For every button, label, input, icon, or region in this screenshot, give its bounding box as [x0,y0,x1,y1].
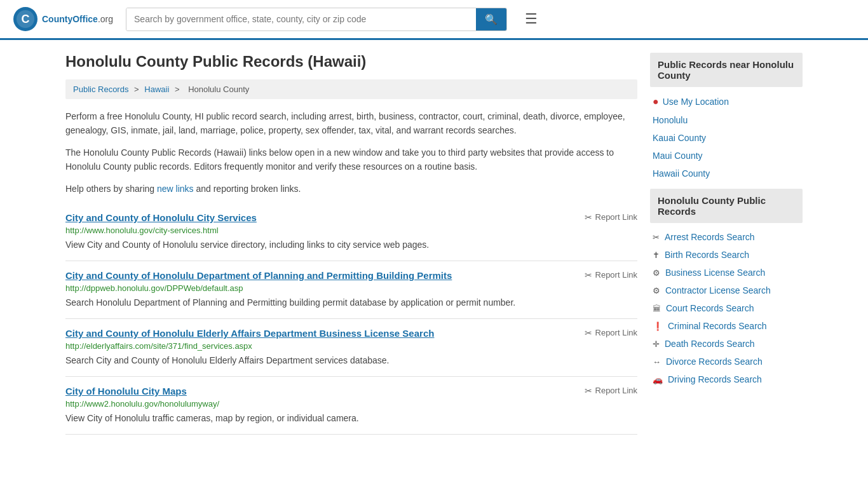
scissors-icon-0: ✂ [585,212,592,222]
record-entry: City of Honolulu City Maps ✂ Report Link… [65,377,637,435]
gear-icon: ⚙ [653,286,660,295]
nearby-links: HonoluluKauai CountyMaui CountyHawaii Co… [650,111,803,182]
record-entry: City and County of Honolulu City Service… [65,203,637,261]
sidebar: Public Records near Honolulu County ● Us… [650,53,803,435]
report-link-2[interactable]: ✂ Report Link [585,328,637,338]
sidebar-honolulu-item-3: ⚙ Contractor License Search [650,281,803,299]
honolulu-link-5[interactable]: Criminal Records Search [668,321,767,331]
record-desc-1: Search Honolulu Department of Planning a… [65,296,637,309]
record-entry: City and County of Honolulu Department o… [65,261,637,319]
record-entry-header: City and County of Honolulu Elderly Affa… [65,328,637,339]
scissors-icon: ✂ [653,233,660,242]
record-url-0[interactable]: http://www.honolulu.gov/city-services.ht… [65,226,637,235]
sidebar-honolulu-item-6: ✛ Death Records Search [650,335,803,353]
logo-text: CountyOffice.org [42,14,113,24]
record-entry-header: City and County of Honolulu City Service… [65,212,637,223]
sidebar-nearby-1: Kauai County [650,129,803,147]
building-icon: 🏛 [653,304,661,313]
nearby-link-3[interactable]: Hawaii County [653,168,710,179]
scissors-icon-3: ✂ [585,386,592,396]
sidebar-honolulu-item-5: ❗ Criminal Records Search [650,317,803,335]
sidebar-nearby-3: Hawaii County [650,165,803,182]
sidebar-honolulu-item-1: ✝ Birth Records Search [650,246,803,264]
record-title-0[interactable]: City and County of Honolulu City Service… [65,212,257,223]
new-links[interactable]: new links [157,184,194,194]
nearby-link-2[interactable]: Maui County [653,151,703,161]
record-entry-header: City of Honolulu City Maps ✂ Report Link [65,386,637,396]
sidebar-use-location[interactable]: ● Use My Location [650,92,803,111]
sidebar-nearby-2: Maui County [650,147,803,165]
record-entry-header: City and County of Honolulu Department o… [65,270,637,281]
report-link-1[interactable]: ✂ Report Link [585,270,637,280]
sidebar-honolulu-header: Honolulu County Public Records [650,189,803,223]
honolulu-link-2[interactable]: Business License Search [665,268,765,278]
sidebar-honolulu-item-4: 🏛 Court Records Search [650,299,803,317]
report-link-3[interactable]: ✂ Report Link [585,386,637,396]
description-para-1: Perform a free Honolulu County, HI publi… [65,109,637,138]
description-para-3: Help others by sharing new links and rep… [65,182,637,196]
sidebar-honolulu-item-2: ⚙ Business License Search [650,264,803,281]
honolulu-link-7[interactable]: Divorce Records Search [666,356,763,367]
honolulu-link-8[interactable]: Driving Records Search [668,374,762,384]
record-title-1[interactable]: City and County of Honolulu Department o… [65,270,452,281]
logo[interactable]: C CountyOffice.org [13,6,113,32]
breadcrumb: Public Records > Hawaii > Honolulu Count… [65,79,637,99]
record-desc-3: View City of Honolulu traffic cameras, m… [65,412,637,425]
honolulu-link-0[interactable]: Arrest Records Search [665,232,755,242]
breadcrumb-hawaii[interactable]: Hawaii [144,85,169,94]
report-link-0[interactable]: ✂ Report Link [585,212,637,222]
record-entry: City and County of Honolulu Elderly Affa… [65,319,637,377]
honolulu-link-4[interactable]: Court Records Search [666,303,754,313]
person-icon: ✝ [653,250,660,260]
scissors-icon-2: ✂ [585,328,592,338]
nearby-link-1[interactable]: Kauai County [653,133,706,143]
sidebar-nearby-0: Honolulu [650,111,803,129]
car-icon: 🚗 [653,375,663,384]
record-desc-2: Search City and County of Honolulu Elder… [65,354,637,367]
nearby-link-0[interactable]: Honolulu [653,115,688,125]
content-area: Honolulu County Public Records (Hawaii) … [65,53,637,435]
page-title: Honolulu County Public Records (Hawaii) [65,53,637,71]
honolulu-links: ✂ Arrest Records Search ✝ Birth Records … [650,228,803,388]
breadcrumb-public-records[interactable]: Public Records [73,85,128,94]
header: C CountyOffice.org 🔍 ☰ [0,0,868,40]
sidebar-nearby-header: Public Records near Honolulu County [650,53,803,87]
honolulu-link-3[interactable]: Contractor License Search [665,285,771,295]
plus-icon: ✛ [653,339,660,349]
logo-icon: C [13,6,38,32]
gear2-icon: ⚙ [653,268,660,278]
breadcrumb-current: Honolulu County [188,85,249,94]
arrows-icon: ↔ [653,357,661,367]
sidebar-honolulu-item-7: ↔ Divorce Records Search [650,353,803,370]
record-url-3[interactable]: http://www2.honolulu.gov/honolulumyway/ [65,399,637,409]
search-input[interactable] [126,8,476,30]
menu-button[interactable]: ☰ [520,8,543,30]
sidebar-honolulu-item-8: 🚗 Driving Records Search [650,370,803,388]
record-desc-0: View City and County of Honolulu service… [65,238,637,252]
search-button[interactable]: 🔍 [476,8,506,30]
exclaim-icon: ❗ [653,322,663,331]
honolulu-link-1[interactable]: Birth Records Search [665,250,749,260]
sidebar-honolulu-item-0: ✂ Arrest Records Search [650,228,803,246]
record-url-1[interactable]: http://dppweb.honolulu.gov/DPPWeb/defaul… [65,283,637,293]
use-my-location-link[interactable]: Use My Location [663,97,729,107]
records-container: City and County of Honolulu City Service… [65,203,637,435]
record-url-2[interactable]: http://elderlyaffairs.com/site/371/find_… [65,341,637,351]
scissors-icon-1: ✂ [585,270,592,280]
search-bar: 🔍 [126,8,507,31]
record-title-2[interactable]: City and County of Honolulu Elderly Affa… [65,328,434,339]
honolulu-link-6[interactable]: Death Records Search [665,339,755,349]
description-para-2: The Honolulu County Public Records (Hawa… [65,146,637,174]
location-icon: ● [653,96,659,107]
record-title-3[interactable]: City of Honolulu City Maps [65,386,187,396]
main-container: Honolulu County Public Records (Hawaii) … [53,40,815,447]
svg-text:C: C [22,13,30,25]
